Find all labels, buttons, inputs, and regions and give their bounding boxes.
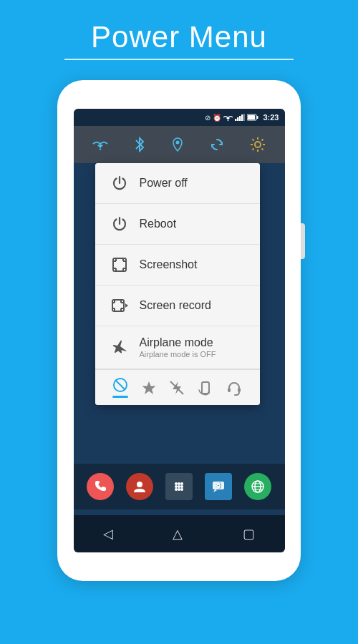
menu-item-airplane[interactable]: Airplane mode Airplane mode is OFF <box>95 326 260 369</box>
status-icons: ⊘ ⏰ <box>205 114 258 122</box>
dock-apps-icon[interactable] <box>165 473 193 500</box>
dock-contacts-icon[interactable] <box>126 473 153 500</box>
svg-rect-4 <box>243 114 245 121</box>
airplane-icon <box>110 338 130 358</box>
reboot-icon <box>110 214 130 234</box>
svg-point-48 <box>178 482 180 485</box>
menu-item-screen-record[interactable]: Screen record <box>95 286 260 326</box>
battery-icon <box>247 114 258 121</box>
svg-line-14 <box>253 140 254 141</box>
popup-tray <box>95 369 260 405</box>
svg-rect-1 <box>237 117 239 121</box>
qs-refresh-icon <box>210 137 224 152</box>
page-title: Power Menu <box>91 20 267 54</box>
svg-point-51 <box>178 485 180 488</box>
screen-record-icon <box>110 296 130 316</box>
qs-bluetooth-icon <box>134 137 145 152</box>
phone-screen: ⊘ ⏰ <box>74 109 285 552</box>
dock-browser-icon[interactable] <box>244 473 271 500</box>
airplane-sublabel: Airplane mode is OFF <box>140 350 216 358</box>
svg-rect-7 <box>248 115 255 119</box>
svg-marker-36 <box>125 303 128 308</box>
signal-icon <box>235 114 245 121</box>
svg-line-15 <box>262 149 263 150</box>
svg-point-50 <box>175 485 178 488</box>
tray-block-icon[interactable] <box>112 377 128 398</box>
side-button <box>301 223 305 259</box>
svg-point-9 <box>255 142 261 147</box>
svg-line-17 <box>253 149 254 150</box>
svg-point-53 <box>175 488 178 491</box>
svg-rect-6 <box>257 116 258 119</box>
qs-wifi-icon <box>92 138 108 151</box>
svg-line-16 <box>262 140 263 141</box>
airplane-text: Airplane mode Airplane mode is OFF <box>140 336 216 358</box>
quick-settings-bar <box>74 126 285 163</box>
dock-phone-icon[interactable] <box>87 473 114 500</box>
svg-rect-44 <box>228 388 231 392</box>
svg-marker-39 <box>142 381 155 394</box>
wifi-status-icon <box>223 114 233 122</box>
dock-messages-icon[interactable]: :-) <box>205 473 232 500</box>
tray-star-icon[interactable] <box>141 380 157 396</box>
status-bar: ⊘ ⏰ <box>74 109 285 126</box>
title-underline <box>64 59 294 60</box>
svg-point-49 <box>180 482 183 485</box>
svg-point-52 <box>180 485 183 488</box>
screenshot-label: Screenshot <box>140 258 198 271</box>
svg-point-46 <box>137 482 142 487</box>
svg-marker-58 <box>213 489 217 492</box>
back-button[interactable]: ◁ <box>103 526 113 542</box>
alarm-icon: ⏰ <box>213 114 221 122</box>
home-button[interactable]: △ <box>173 526 183 542</box>
reboot-label: Reboot <box>140 218 177 230</box>
tray-headset-icon[interactable] <box>226 380 242 396</box>
status-time: 3:23 <box>263 113 279 122</box>
clock-icon: ⊘ <box>205 114 211 122</box>
app-dock: :-) <box>74 464 285 509</box>
menu-item-power-off[interactable]: Power off <box>95 163 260 204</box>
airplane-label: Airplane mode <box>140 336 216 349</box>
svg-rect-0 <box>235 119 237 121</box>
tray-flashoff-icon[interactable] <box>169 380 185 396</box>
svg-point-47 <box>175 482 178 485</box>
navigation-bar: ◁ △ ▢ <box>74 515 285 552</box>
qs-location-icon <box>172 137 183 152</box>
svg-rect-2 <box>239 116 241 121</box>
screen-record-label: Screen record <box>140 299 212 312</box>
svg-point-55 <box>180 488 183 491</box>
power-menu-popup: Power off Reboot <box>95 163 260 405</box>
svg-line-41 <box>170 381 183 394</box>
svg-rect-18 <box>113 258 126 271</box>
phone-shell: ⊘ ⏰ <box>57 80 301 581</box>
qs-brightness-icon <box>250 137 266 152</box>
svg-point-8 <box>175 141 179 145</box>
menu-item-screenshot[interactable]: Screenshot <box>95 245 260 286</box>
svg-point-54 <box>178 488 180 491</box>
tray-rotate-icon[interactable] <box>198 380 213 396</box>
recent-button[interactable]: ▢ <box>243 526 255 542</box>
power-off-label: Power off <box>140 177 188 190</box>
title-area: Power Menu <box>0 0 358 67</box>
power-off-icon <box>110 173 130 193</box>
screenshot-icon <box>110 255 130 275</box>
menu-item-reboot[interactable]: Reboot <box>95 204 260 245</box>
svg-text::-): :-) <box>216 482 222 489</box>
svg-line-38 <box>115 380 125 390</box>
svg-rect-3 <box>241 114 243 121</box>
